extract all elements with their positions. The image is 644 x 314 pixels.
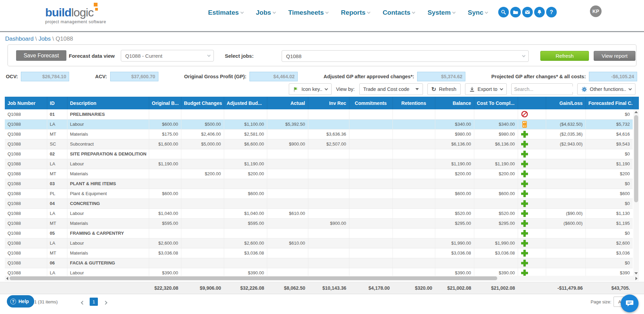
mail-icon[interactable] [522, 7, 533, 17]
column-header-orig[interactable]: Original B... [149, 97, 181, 109]
refresh-button[interactable]: Refresh [540, 51, 589, 61]
column-header-gain[interactable]: Gain/Loss [546, 97, 585, 109]
save-forecast-button[interactable]: Save Forecast [16, 50, 66, 61]
table-row[interactable]: Q1088LALabour$2,600.00$2,600.00$610.00$1… [5, 238, 633, 248]
plus-icon[interactable] [518, 208, 546, 218]
table-row[interactable]: Q1088MTMaterials$175.00$2,406.00$2,581.0… [5, 129, 633, 139]
cell-orig [149, 109, 181, 119]
column-header-fc[interactable]: Forecasted Final C... [585, 97, 633, 109]
icon-key-dropdown[interactable]: Icon key.. [289, 83, 332, 95]
select-jobs-combobox[interactable]: Q1088 [282, 50, 529, 62]
vertical-scroll-thumb[interactable] [634, 115, 638, 202]
no-entry-icon[interactable] [518, 109, 546, 119]
table-row[interactable]: Q1088LALabour$1,190.00$1,190.00$1,190.00… [5, 159, 633, 169]
pager-page-1[interactable]: 1 [90, 298, 98, 306]
nav-item-estimates[interactable]: Estimates [208, 9, 243, 16]
table-row[interactable]: Q1088PLPlant & Equipment$600.00$600.00$6… [5, 189, 633, 199]
column-header-adj[interactable]: Adjusted Bud... [224, 97, 267, 109]
other-functions-dropdown[interactable]: Other functions.. [577, 83, 635, 95]
plus-icon[interactable] [518, 189, 546, 199]
column-header-desc[interactable]: Description [67, 97, 149, 109]
forecast-view-select[interactable]: Q1088 - Current [121, 50, 214, 62]
nav-item-contacts[interactable]: Contacts [383, 9, 415, 16]
nav-item-reports[interactable]: Reports [341, 9, 370, 16]
cell-ctc [474, 258, 518, 268]
help-icon[interactable]: ? [546, 7, 557, 17]
plus-icon[interactable] [518, 248, 546, 258]
nav-item-jobs[interactable]: Jobs [256, 9, 275, 16]
table-row[interactable]: Q108806FACIA & GUTTERING$0 [5, 258, 633, 268]
cell-gain: ($2,943.00) [546, 139, 585, 149]
plus-icon[interactable] [518, 218, 546, 228]
table-row[interactable]: Q108805FRAMING & CARPENTRY$0 [5, 228, 633, 238]
search-icon[interactable] [498, 7, 509, 17]
nav-item-system[interactable]: System [427, 9, 455, 16]
column-header-act[interactable]: Actual [267, 97, 308, 109]
pager-previous-button[interactable] [81, 299, 84, 305]
plus-icon[interactable] [518, 179, 546, 189]
search-input[interactable] [514, 86, 576, 92]
plus-icon[interactable] [518, 268, 546, 276]
chevron-down-icon [522, 54, 526, 57]
breadcrumb-dashboard[interactable]: Dashboard [5, 36, 34, 42]
plus-icon[interactable] [518, 238, 546, 248]
vertical-scrollbar[interactable] [633, 109, 639, 276]
scroll-right-arrow[interactable] [634, 276, 639, 281]
calculator-icon[interactable] [518, 119, 546, 129]
column-header-chg[interactable]: Budget Changes [181, 97, 224, 109]
column-header-ret[interactable]: Retentions [392, 97, 435, 109]
cell-gain [546, 109, 585, 119]
cell-ctc: $520.00 [474, 208, 518, 218]
cell-ctc: $3,036.08 [474, 248, 518, 258]
table-row[interactable]: Q108801PRELIMINARIES$0 [5, 109, 633, 119]
scroll-down-arrow[interactable] [633, 271, 639, 276]
plus-icon[interactable] [518, 159, 546, 169]
nav-item-timesheets[interactable]: Timesheets [288, 9, 328, 16]
view-by-select[interactable]: Trade and Cost code [359, 83, 423, 95]
grid-refresh-button[interactable]: ↻ Refresh [427, 83, 461, 95]
plus-icon[interactable] [518, 228, 546, 238]
table-row[interactable]: Q1088LALabour$1,040.00$1,040.00$610.00$5… [5, 208, 633, 218]
cell-inv [308, 248, 349, 258]
scroll-up-arrow[interactable] [633, 109, 639, 114]
chat-widget-button[interactable] [621, 295, 639, 312]
table-row[interactable]: Q1088LALabour$600.00$500.00$1,100.00$5,3… [5, 119, 633, 129]
plus-icon[interactable] [518, 258, 546, 268]
column-header-bal[interactable]: Balance [435, 97, 474, 109]
nav-item-sync[interactable]: Sync [468, 9, 488, 16]
table-row[interactable]: Q1088MTMaterials$3,036.08$3,036.08$3,036… [5, 248, 633, 258]
cell-id: LA [47, 119, 67, 129]
column-header-ctc[interactable]: Cost To Compl... [474, 97, 518, 109]
table-row[interactable]: Q108802SITE PREPARATION & DEMOLITION$0 [5, 149, 633, 159]
plus-icon[interactable] [518, 149, 546, 159]
plus-icon[interactable] [518, 199, 546, 208]
table-row[interactable]: Q108804CONCRETING$0 [5, 199, 633, 208]
plus-icon[interactable] [518, 169, 546, 179]
cell-act [267, 228, 308, 238]
breadcrumb-jobs[interactable]: Jobs [38, 36, 51, 42]
plus-icon[interactable] [518, 139, 546, 149]
folder-icon[interactable] [510, 7, 521, 17]
column-header-com[interactable]: Commitments [349, 97, 392, 109]
horizontal-scroll-thumb[interactable] [10, 276, 497, 280]
notifications-icon[interactable] [534, 7, 545, 17]
column-header-id[interactable]: ID [47, 97, 67, 109]
pager-next-button[interactable] [104, 299, 107, 305]
table-row[interactable]: Q108803PLANT & HIRE ITEMS$0 [5, 179, 633, 189]
export-to-dropdown[interactable]: Export to [465, 83, 507, 95]
user-avatar[interactable]: KP [590, 5, 602, 17]
table-row[interactable]: Q1088LALabour$390.00$390.00$390.00$390.0… [5, 268, 633, 276]
column-header-inv[interactable]: Inv Rec [308, 97, 349, 109]
column-header-icon[interactable] [518, 97, 546, 109]
cell-orig: $1,600.00 [149, 139, 181, 149]
plus-icon[interactable] [518, 129, 546, 139]
table-row[interactable]: Q1088MTMaterials$200.00$200.00$200.00$20… [5, 169, 633, 179]
view-report-button[interactable]: View report [594, 51, 635, 61]
buildlogic-logo[interactable]: buildlogic project management software [45, 5, 106, 24]
table-row[interactable]: Q1088MTMaterials$595.00$595.00$900.00$29… [5, 218, 633, 228]
table-row[interactable]: Q1088SCSubcontract$1,600.00$5,000.00$6,6… [5, 139, 633, 149]
help-button[interactable]: ? Help [7, 295, 34, 308]
scroll-left-arrow[interactable] [5, 276, 10, 281]
horizontal-scrollbar[interactable] [5, 276, 639, 281]
column-header-job[interactable]: Job Number [5, 97, 47, 109]
